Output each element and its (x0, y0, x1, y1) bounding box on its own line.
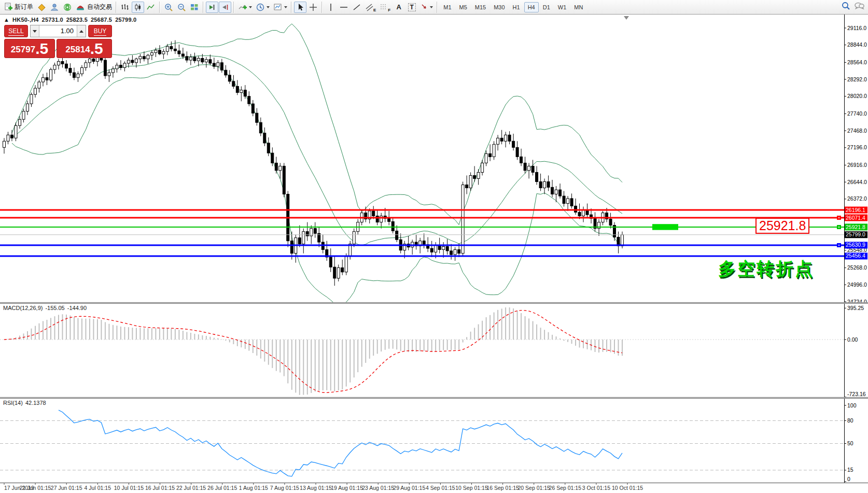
highlight-rectangle[interactable] (652, 224, 678, 230)
price-callout-label[interactable]: 25921.8 (755, 218, 809, 234)
vertical-line-tool-button[interactable] (325, 2, 337, 13)
fibonacci-tool-button[interactable]: F (378, 2, 392, 13)
sell-price-button[interactable]: 25797 .5 (4, 39, 55, 58)
turning-point-annotation[interactable]: 多空转折点 (718, 257, 814, 281)
signals-button[interactable] (61, 2, 74, 13)
auto-trading-button[interactable]: 自动交易 (74, 2, 114, 13)
styler-button[interactable] (35, 2, 48, 13)
tab-timeframe-MN[interactable]: MN (570, 2, 586, 12)
svg-text:10 Sep 01:15: 10 Sep 01:15 (455, 485, 488, 491)
toolbar-separator (233, 2, 234, 13)
bar-chart-button[interactable] (119, 2, 131, 13)
volume-decrease-button[interactable] (31, 25, 39, 37)
arrows-icon (420, 3, 428, 12)
chart-shift-marker[interactable] (624, 16, 629, 20)
search-icon[interactable] (841, 1, 851, 13)
chat-icon[interactable] (854, 1, 865, 13)
symbol-name: HK50-,H4 (12, 17, 39, 23)
text-label-tool-button[interactable]: T (405, 2, 418, 13)
line-chart-button[interactable] (145, 2, 157, 13)
svg-text:23 Aug 01:15: 23 Aug 01:15 (362, 485, 394, 491)
auto-scroll-icon (207, 3, 217, 12)
zoom-out-button[interactable] (175, 2, 188, 13)
svg-text:25921.8: 25921.8 (846, 224, 865, 230)
toolbar-right-group (841, 1, 865, 13)
horizontal-line-tool-button[interactable] (338, 2, 350, 13)
svg-text:22 Jul 01:15: 22 Jul 01:15 (176, 485, 206, 491)
equidistant-channel-tool-button[interactable]: E (363, 2, 377, 13)
timeframe-bar: M1M5M15M30H1H4D1W1MN (440, 2, 586, 12)
tab-timeframe-H4[interactable]: H4 (524, 2, 539, 12)
periods-button[interactable] (254, 2, 271, 13)
tab-timeframe-W1[interactable]: W1 (554, 2, 570, 12)
tab-timeframe-H1[interactable]: H1 (509, 2, 524, 12)
arrows-tool-button[interactable] (418, 2, 435, 13)
macd-pane[interactable]: 395.250.00-723.16 (0, 304, 868, 397)
collapse-arrow-icon[interactable]: ▲ (4, 17, 9, 23)
trendline-tool-button[interactable] (351, 2, 363, 13)
candlestick-chart-icon (133, 3, 143, 12)
rsi-pane[interactable]: 1008050150 (0, 399, 868, 483)
rsi-axis: 1008050150 (844, 399, 868, 483)
chart-shift-icon (220, 3, 230, 12)
text-label-tool-icon: T (408, 3, 416, 11)
time-axis[interactable]: 17 Jun 201921 Jun 01:1527 Jun 01:154 Jul… (0, 483, 868, 493)
volume-stepper: 1.00 (30, 25, 86, 37)
svg-text:26196.1: 26196.1 (846, 207, 865, 213)
horizontal-line-icon (339, 3, 348, 12)
svg-text:16 Sep 01:15: 16 Sep 01:15 (486, 485, 519, 491)
chart-shift-button[interactable] (219, 2, 231, 13)
svg-text:10 Oct 01:15: 10 Oct 01:15 (612, 485, 643, 491)
tab-timeframe-M15[interactable]: M15 (471, 2, 489, 12)
sell-label: SELL (8, 27, 23, 36)
svg-text:80: 80 (847, 417, 853, 424)
new-order-icon (4, 3, 12, 11)
auto-trading-label: 自动交易 (87, 3, 112, 11)
sell-button[interactable]: SELL (4, 25, 28, 37)
channel-icon (365, 3, 373, 12)
buy-label: BUY (94, 27, 107, 36)
templates-button[interactable] (272, 2, 289, 13)
svg-text:25799.0: 25799.0 (846, 231, 865, 237)
svg-text:28564.0: 28564.0 (847, 59, 867, 65)
text-tool-button[interactable]: A (393, 2, 405, 13)
svg-text:26 Sep 01:15: 26 Sep 01:15 (549, 485, 582, 491)
tab-timeframe-M5[interactable]: M5 (456, 2, 471, 12)
ohlc-high: 25823.5 (66, 17, 88, 23)
svg-text:3 Oct 01:15: 3 Oct 01:15 (582, 485, 610, 491)
volume-input[interactable]: 1.00 (39, 25, 77, 37)
profile-icon (50, 3, 59, 12)
svg-text:28292.0: 28292.0 (847, 76, 867, 82)
new-order-button[interactable]: 新订单 (2, 2, 35, 13)
sell-price-frac: .5 (35, 41, 48, 57)
auto-scroll-button[interactable] (206, 2, 218, 13)
tab-timeframe-M1[interactable]: M1 (440, 2, 455, 12)
rsi-name: RSI(14) (3, 400, 23, 406)
svg-text:100: 100 (847, 402, 857, 409)
zoom-in-button[interactable] (162, 2, 175, 13)
volume-increase-button[interactable] (77, 25, 86, 37)
tab-timeframe-M30[interactable]: M30 (490, 2, 508, 12)
buy-price-button[interactable]: 25814 .5 (57, 39, 112, 58)
crosshair-tool-button[interactable] (307, 2, 319, 13)
svg-text:7 Aug 01:15: 7 Aug 01:15 (270, 485, 299, 491)
candlestick-chart-button[interactable] (132, 2, 144, 13)
buy-button[interactable]: BUY (88, 25, 112, 37)
svg-text:20 Sep 01:15: 20 Sep 01:15 (517, 485, 550, 491)
chevron-down-icon (284, 6, 287, 8)
chevron-down-icon (249, 6, 252, 8)
symbol-info-line: ▲HK50-,H425731.025823.525687.525799.0 (4, 17, 139, 23)
tab-timeframe-D1[interactable]: D1 (539, 2, 554, 12)
cursor-tool-button[interactable] (294, 2, 306, 13)
svg-text:26644.0: 26644.0 (847, 179, 867, 185)
sell-price-int: 25797 (11, 43, 35, 57)
svg-text:29116.0: 29116.0 (847, 25, 866, 31)
auto-trading-icon (76, 3, 85, 12)
svg-text:24724.0: 24724.0 (847, 299, 867, 302)
profile-button[interactable] (48, 2, 61, 13)
indicators-button[interactable] (236, 2, 254, 13)
ohlc-open: 25731.0 (42, 17, 63, 23)
buy-price-frac: .5 (90, 41, 103, 57)
svg-text:27196.0: 27196.0 (847, 144, 867, 150)
tile-windows-button[interactable] (188, 2, 201, 13)
